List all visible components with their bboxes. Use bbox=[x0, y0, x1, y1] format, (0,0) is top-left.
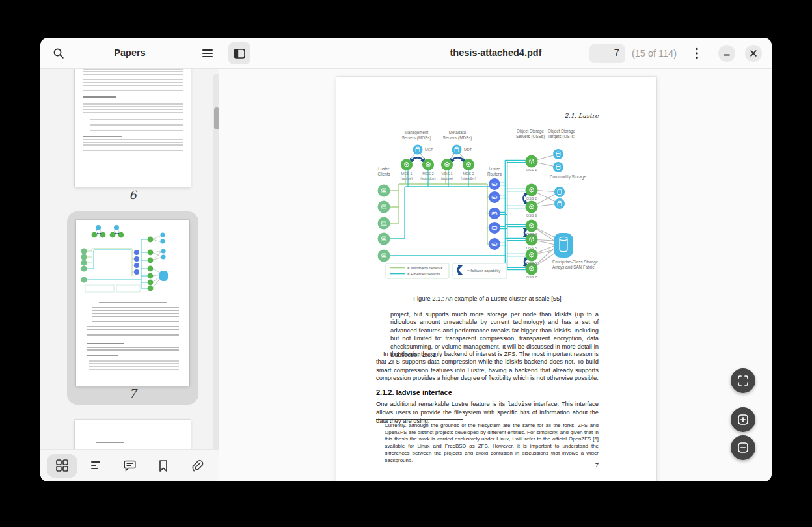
thumbnail-page-7-selected[interactable]: 7 bbox=[67, 211, 198, 405]
sidebar-toolbar bbox=[40, 449, 219, 481]
close-button[interactable] bbox=[745, 45, 762, 62]
page-number-input[interactable]: 7 bbox=[589, 44, 625, 63]
close-icon bbox=[750, 50, 757, 57]
fit-page-button[interactable] bbox=[731, 368, 755, 393]
fake-heading bbox=[96, 442, 124, 443]
tab-attachments[interactable] bbox=[182, 454, 213, 478]
fake-text-block bbox=[83, 69, 183, 92]
label-oss5: OSS 5 bbox=[526, 246, 537, 250]
page-count-label: (15 of 114) bbox=[632, 48, 677, 59]
label-mds2: MDS 2 bbox=[463, 172, 474, 176]
section-paragraph-text: One additional remarkable Lustre feature… bbox=[376, 400, 508, 407]
sidebar-title: Papers bbox=[40, 47, 219, 58]
lustre-cluster-diagram: Management Servers (MGSs) Metadata Serve… bbox=[368, 124, 604, 285]
ladvise-code: ladvise bbox=[508, 401, 532, 408]
thumbnail-label-7: 7 bbox=[67, 386, 198, 400]
svg-text:Servers (MDSs): Servers (MDSs) bbox=[443, 135, 472, 141]
thumbnails-grid-icon bbox=[56, 459, 68, 472]
kebab-menu-icon bbox=[695, 47, 699, 59]
label-mds1: MDS 1 bbox=[441, 172, 452, 176]
mini-diagram bbox=[76, 220, 189, 297]
thumbnail-page-7 bbox=[76, 220, 189, 386]
label-oss4: OSS 4 bbox=[526, 232, 537, 236]
label-mgt: MGT bbox=[425, 148, 433, 152]
tab-outline[interactable] bbox=[81, 454, 111, 478]
thumbnail-sidebar: 6 bbox=[40, 69, 219, 481]
zoom-in-button[interactable] bbox=[731, 407, 755, 432]
sidebar-headerbar: Papers bbox=[40, 38, 219, 69]
running-header: 2.1. Lustre bbox=[376, 112, 599, 119]
svg-text:Targets (OSTs): Targets (OSTs) bbox=[548, 134, 575, 139]
section-heading: 2.1.2. ladvise interface bbox=[376, 388, 452, 396]
svg-text:Servers (MGSs): Servers (MGSs) bbox=[401, 135, 431, 141]
fake-text-block bbox=[92, 307, 179, 323]
svg-text:(standby): (standby) bbox=[420, 176, 435, 180]
fake-text-block bbox=[90, 119, 183, 132]
label-oss2: OSS 2 bbox=[526, 196, 537, 200]
headerbar: Papers thesis-attached4.pdf 7 (15 of 114 bbox=[40, 38, 772, 69]
fake-footnote-rule bbox=[87, 355, 118, 356]
main-headerbar: thesis-attached4.pdf 7 (15 of 114) bbox=[220, 38, 772, 69]
main-menu-button[interactable] bbox=[196, 42, 219, 64]
legend-ethernet: = Ethernet network bbox=[407, 272, 441, 276]
paragraph-2: In this thesis, the only backend of inte… bbox=[376, 350, 599, 383]
scrollbar-thumb[interactable] bbox=[214, 107, 219, 129]
legend-failover: = failover capability bbox=[467, 269, 500, 273]
svg-text:Arrays and SAN Fabric: Arrays and SAN Fabric bbox=[552, 265, 594, 270]
minimize-icon bbox=[724, 50, 730, 57]
zoom-in-icon bbox=[738, 414, 748, 425]
header-right-controls: 7 (15 of 114) bbox=[589, 38, 762, 69]
svg-text:Routers: Routers bbox=[487, 172, 502, 176]
tab-thumbnails[interactable] bbox=[47, 454, 77, 478]
figure-caption: Figure 2.1.: An example of a Lustre clus… bbox=[376, 295, 599, 302]
tab-bookmarks[interactable] bbox=[148, 454, 179, 478]
fake-text-block bbox=[83, 101, 183, 115]
label-mgs1: MGS 1 bbox=[401, 172, 412, 176]
label-oss7: OSS 7 bbox=[526, 275, 537, 279]
label-commodity-storage: Commodity Storage bbox=[550, 174, 586, 180]
svg-text:Clients: Clients bbox=[377, 172, 390, 176]
fake-text-block bbox=[89, 358, 179, 371]
svg-text:(standby): (standby) bbox=[461, 176, 476, 180]
thumbnail-page-8[interactable] bbox=[75, 420, 191, 449]
label-lustre-clients: Lustre bbox=[378, 167, 390, 171]
label-oss3: OSS 3 bbox=[526, 213, 537, 217]
label-oss6: OSS 6 bbox=[526, 262, 537, 265]
fake-footnote-rule bbox=[83, 136, 122, 137]
footnote-rule bbox=[376, 419, 463, 420]
thumbnail-label-6: 6 bbox=[75, 188, 191, 202]
annotation-bubble-icon bbox=[124, 460, 136, 472]
zoom-out-icon bbox=[738, 442, 748, 453]
svg-text:(active): (active) bbox=[401, 176, 413, 180]
fake-text-block bbox=[87, 326, 179, 339]
section-paragraph: One additional remarkable Lustre feature… bbox=[376, 400, 599, 425]
fake-text-block bbox=[87, 347, 179, 353]
label-metadata-servers: Metadata bbox=[449, 130, 467, 135]
thumbnail-page-6[interactable] bbox=[75, 69, 191, 187]
legend-infiniband: = InfiniBand network bbox=[407, 266, 444, 270]
minimize-button[interactable] bbox=[718, 45, 735, 62]
fake-text-block bbox=[83, 139, 183, 151]
pdf-page: 2.1. Lustre bbox=[336, 77, 656, 481]
paperclip-icon bbox=[191, 459, 204, 472]
label-mgs2: MGS 2 bbox=[422, 172, 433, 176]
app-window: Papers thesis-attached4.pdf 7 (15 of 114 bbox=[40, 38, 772, 481]
fit-page-icon bbox=[738, 375, 748, 386]
label-lustre-routers: Lustre bbox=[489, 167, 500, 171]
fake-caption-line bbox=[99, 302, 167, 303]
tab-annotations[interactable] bbox=[115, 454, 145, 478]
svg-text:(active): (active) bbox=[441, 176, 453, 180]
bookmark-icon bbox=[159, 460, 168, 472]
outline-icon bbox=[91, 461, 102, 470]
fake-heading bbox=[83, 96, 116, 98]
page-number: 7 bbox=[376, 461, 599, 468]
label-oss1: OSS 1 bbox=[526, 168, 537, 172]
label-mdt: MDT bbox=[464, 148, 472, 152]
fake-heading bbox=[87, 343, 124, 344]
view-menu-button[interactable] bbox=[686, 42, 708, 64]
document-view[interactable]: 2.1. Lustre bbox=[219, 69, 772, 481]
footnote: Currently, although the grounds of the f… bbox=[385, 422, 599, 464]
zoom-out-button[interactable] bbox=[731, 435, 755, 460]
svg-text:Servers (OSSs): Servers (OSSs) bbox=[516, 134, 545, 139]
thumbnail-list[interactable]: 6 bbox=[40, 69, 219, 449]
